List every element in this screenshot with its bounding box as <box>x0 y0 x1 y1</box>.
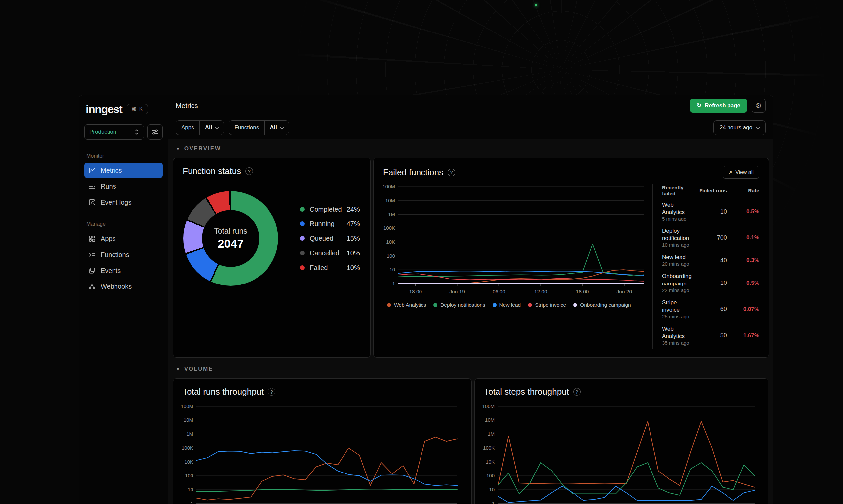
runs-list-icon <box>88 183 96 190</box>
function-name: Web Analytics <box>662 326 685 339</box>
section-divider <box>225 148 766 149</box>
environment-name: Production <box>89 129 116 135</box>
series-line <box>498 463 755 496</box>
status-pct: 10% <box>347 249 360 257</box>
topbar: Metrics ↻ Refresh page ⚙ <box>168 95 773 116</box>
sidebar-item-apps[interactable]: Apps <box>84 231 162 246</box>
sliders-icon <box>151 128 159 136</box>
status-pct: 47% <box>347 220 360 228</box>
time-range-select[interactable]: 24 hours ago <box>713 120 766 135</box>
failure-rate: 0.5% <box>732 280 759 287</box>
x-axis-label: Jun 19 <box>449 289 465 294</box>
legend-dot <box>573 303 577 307</box>
apps-filter-label: Apps <box>176 121 200 134</box>
section-divider <box>218 369 766 370</box>
refresh-icon: ↻ <box>696 102 701 109</box>
table-row[interactable]: Web Analytics35 mins ago 50 1.67% <box>662 325 759 346</box>
environment-selector[interactable]: Production <box>84 124 144 140</box>
sidebar-item-functions[interactable]: Functions <box>84 247 162 262</box>
vertical-divider <box>653 184 653 349</box>
inngest-logo: inngest <box>86 103 122 116</box>
help-icon[interactable]: ? <box>573 388 581 396</box>
sidebar-item-label: Metrics <box>101 167 122 175</box>
chevron-down-icon <box>280 125 284 129</box>
y-axis-label: 1M <box>186 431 193 437</box>
settings-button[interactable]: ⚙ <box>752 99 766 113</box>
view-all-button[interactable]: ↗ View all <box>723 166 759 179</box>
failure-rate: 0.07% <box>732 306 759 313</box>
status-legend: Completed 24% Running 47% Queued <box>300 205 365 272</box>
environment-filter-button[interactable] <box>148 124 162 140</box>
legend-item: Web Analytics <box>387 302 426 308</box>
table-row[interactable]: Web Analytics5 mins ago 10 0.5% <box>662 201 759 222</box>
x-axis-label: 06:00 <box>493 289 505 294</box>
status-dot <box>300 236 305 241</box>
caret-down-icon: ▼ <box>176 366 180 372</box>
y-axis-label: 10 <box>489 487 495 492</box>
function-status-donut: Total runs 2047 <box>183 191 278 286</box>
status-name: Queued <box>310 235 342 242</box>
legend-label: Web Analytics <box>394 302 426 308</box>
arrow-up-right-icon: ↗ <box>728 169 733 176</box>
help-icon[interactable]: ? <box>245 167 253 175</box>
failed-runs: 50 <box>696 332 727 339</box>
command-k-shortcut-badge: ⌘ K <box>127 104 148 114</box>
sidebar-item-metrics[interactable]: Metrics <box>84 163 162 178</box>
y-axis-label: 100 <box>486 473 495 479</box>
function-name: Deploy notification <box>662 228 689 241</box>
help-icon[interactable]: ? <box>448 169 455 176</box>
legend-item: Onboarding campaign <box>573 302 631 308</box>
caret-down-icon: ▼ <box>176 146 180 151</box>
volume-section-toggle[interactable]: ▼ VOLUME <box>173 366 768 372</box>
failed-time: 20 mins ago <box>662 261 689 267</box>
status-name: Completed <box>310 205 342 213</box>
sidebar-item-runs[interactable]: Runs <box>84 179 162 194</box>
x-axis-label: 12:00 <box>534 289 547 294</box>
status-dot <box>300 265 305 270</box>
overview-section-label: OVERVIEW <box>184 145 221 152</box>
table-row[interactable]: Deploy notification10 mins ago 700 0.1% <box>662 228 759 248</box>
apps-filter[interactable]: Apps All <box>176 120 224 135</box>
refresh-page-button[interactable]: ↻ Refresh page <box>690 99 747 113</box>
failed-runs: 10 <box>696 280 727 287</box>
failed-time: 10 mins ago <box>662 242 689 248</box>
sidebar-item-events[interactable]: Events <box>84 263 162 278</box>
col-recently-failed: Recently failed <box>662 185 692 197</box>
help-icon[interactable]: ? <box>268 388 275 396</box>
sidebar: inngest ⌘ K Production Monitor <box>79 95 168 504</box>
status-dot <box>300 221 305 226</box>
volume-section-label: VOLUME <box>184 366 213 372</box>
total-runs-value: 2047 <box>218 237 244 250</box>
failed-functions-legend: Web Analytics Deploy notifications New l… <box>379 299 648 308</box>
y-axis-label: 10K <box>386 239 395 245</box>
y-axis-label: 10K <box>184 459 193 465</box>
updown-chevron-icon <box>135 129 139 135</box>
functions-filter-value: All <box>270 124 277 131</box>
status-pct: 15% <box>347 235 360 242</box>
function-status-panel: Function status ? Total runs 2047 <box>173 158 371 358</box>
chevron-down-icon <box>756 125 760 129</box>
apps-filter-value: All <box>205 124 212 131</box>
function-name: Stripe invoice <box>662 300 680 313</box>
legend-item: Deploy notifications <box>433 302 485 308</box>
failed-time: 5 mins ago <box>662 216 686 221</box>
sidebar-item-webhooks[interactable]: Webhooks <box>84 279 162 294</box>
x-axis-label: Jun 20 <box>617 289 632 294</box>
legend-label: Onboarding campaign <box>580 302 631 308</box>
status-pct: 10% <box>347 264 360 272</box>
sidebar-item-event-logs[interactable]: Event logs <box>84 195 162 210</box>
y-axis-label: 10 <box>389 267 395 272</box>
overview-section-toggle[interactable]: ▼ OVERVIEW <box>173 145 768 152</box>
functions-filter[interactable]: Functions All <box>229 120 289 135</box>
x-axis-label: 18:00 <box>576 289 589 294</box>
table-row[interactable]: Onboarding campaign22 mins ago 10 0.5% <box>662 273 759 293</box>
table-row[interactable]: New lead20 mins ago 40 0.3% <box>662 254 759 267</box>
status-name: Running <box>310 220 342 228</box>
dashboard-content: ▼ OVERVIEW Function status ? Total runs <box>168 139 773 504</box>
status-legend-item: Completed 24% <box>300 205 360 213</box>
function-name: New lead <box>662 254 686 260</box>
total-runs-throughput-title: Total runs throughput <box>183 386 263 397</box>
y-axis-label: 10M <box>385 198 395 203</box>
table-row[interactable]: Stripe invoice25 mins ago 60 0.07% <box>662 299 759 320</box>
status-legend-item: Running 47% <box>300 220 360 228</box>
